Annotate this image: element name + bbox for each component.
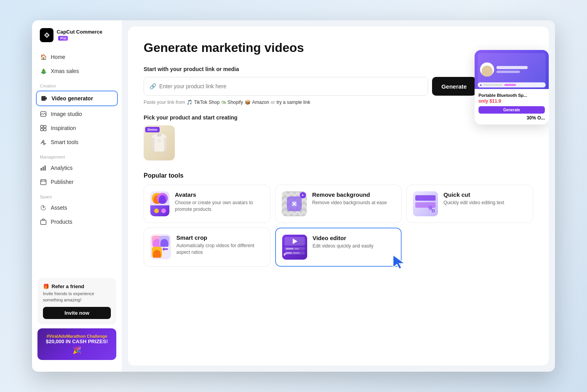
sidebar-item-image-studio[interactable]: Image studio (32, 107, 122, 121)
svg-rect-8 (43, 167, 44, 171)
sidebar-bottom: 🎁 Refer a friend Invite friends to exper… (32, 274, 122, 364)
sidebar-item-video-generator[interactable]: Video generator (36, 91, 118, 106)
image-studio-icon (40, 110, 47, 118)
sidebar-item-assets[interactable]: Assets (32, 201, 122, 215)
assets-icon (40, 204, 47, 211)
tool-desc-quick-cut: Quickly edit video editing text (443, 200, 504, 206)
cursor-arrow (391, 253, 407, 272)
logo-icon (40, 28, 53, 42)
svg-point-15 (157, 134, 162, 137)
tool-card-remove-bg[interactable]: ✦ Remove background Remove video backgro… (275, 185, 402, 223)
tool-card-quick-cut[interactable]: Quick cut Quickly edit video editing tex… (406, 185, 533, 223)
inspiration-icon (40, 125, 47, 132)
svg-rect-14 (41, 220, 46, 225)
tool-desc-remove-bg: Remove video backgrounds at ease (312, 200, 387, 206)
sidebar-item-image-label: Image studio (51, 111, 82, 117)
tool-title-smart-crop: Smart crop (176, 234, 264, 241)
refer-title: 🎁 Refer a friend (43, 283, 111, 289)
preview-discount: 30% O... (478, 115, 545, 121)
sidebar-item-xmas[interactable]: Xmas sales (32, 64, 122, 78)
generate-button[interactable]: Generate (432, 77, 476, 96)
promo-banner[interactable]: #ViralAdsMarathon Challenge $20,000 IN C… (37, 328, 116, 360)
tool-card-video-editor[interactable]: Video editor Edit videos quickly and eas… (275, 228, 402, 267)
amazon-link[interactable]: Amazon (252, 100, 269, 105)
svg-rect-3 (44, 125, 46, 128)
svg-point-20 (432, 210, 434, 212)
svg-point-6 (43, 143, 45, 145)
svg-rect-10 (41, 180, 46, 185)
svg-rect-5 (44, 128, 46, 131)
tool-content-quick-cut: Quick cut Quickly edit video editing tex… (443, 191, 504, 206)
section-management-label: Management (32, 149, 122, 161)
invite-button[interactable]: Invite now (43, 307, 111, 319)
shopify-icon: 🛍 (221, 100, 226, 105)
smart-tools-icon (40, 139, 47, 146)
analytics-icon (40, 164, 47, 171)
sidebar-item-publisher[interactable]: Publisher (32, 175, 122, 189)
link-icon: 🔗 (149, 83, 156, 89)
svg-rect-12 (41, 180, 42, 182)
sidebar-item-publisher-label: Publisher (51, 179, 73, 185)
preview-generate-btn[interactable]: Generate (478, 106, 545, 114)
sidebar-item-xmas-label: Xmas sales (51, 68, 79, 74)
smart-crop-icon (150, 234, 171, 259)
gift-icon: 🎁 (43, 283, 49, 289)
preview-price: only $11.9 (478, 98, 545, 104)
svg-rect-4 (41, 128, 43, 131)
tiktok-icon: 🎵 (187, 100, 192, 105)
xmas-icon (40, 68, 47, 75)
section-space-label: Space (32, 189, 122, 201)
product-card-demo[interactable]: Demo (144, 125, 175, 160)
sidebar-item-home[interactable]: Home (32, 50, 122, 64)
preview-product-name: Portable Bluetooth Sp... (478, 93, 545, 98)
sidebar-item-products[interactable]: Products (32, 215, 122, 229)
sidebar-item-smart-tools[interactable]: Smart tools (32, 135, 122, 149)
svg-rect-13 (44, 180, 45, 182)
sidebar: CapCut Commerce Pro Home Xmas sales Crea… (32, 20, 122, 372)
sample-link[interactable]: try a sample link (276, 100, 310, 105)
svg-rect-7 (41, 168, 42, 171)
sidebar-item-analytics-label: Analytics (51, 165, 73, 171)
demo-badge: Demo (145, 127, 160, 132)
sidebar-item-smart-tools-label: Smart tools (51, 139, 78, 145)
promo-icon: 🎉 (43, 346, 111, 355)
section-creation-label: Creation (32, 78, 122, 90)
floating-preview-card: Portable Bluetooth Sp... only $11.9 Gene… (475, 50, 549, 125)
tool-title-avatars: Avatars (175, 191, 264, 198)
svg-line-21 (431, 209, 432, 210)
publisher-icon (40, 178, 47, 185)
sidebar-item-video-label: Video generator (52, 95, 93, 102)
tools-grid: Avatars Choose or create your own avatar… (144, 185, 533, 267)
logo: CapCut Commerce Pro (32, 28, 122, 50)
tool-content-smart-crop: Smart crop Automatically crop videos for… (176, 234, 264, 256)
app-name: CapCut Commerce Pro (57, 29, 114, 41)
sidebar-item-inspiration-label: Inspiration (51, 125, 76, 131)
video-editor-icon (282, 235, 307, 260)
product-link-input[interactable] (159, 83, 422, 89)
avatars-icon (150, 191, 169, 216)
sidebar-item-products-label: Products (51, 219, 72, 225)
tool-content-avatars: Avatars Choose or create your own avatar… (175, 191, 264, 213)
tiktok-link[interactable]: TikTok Shop (194, 100, 220, 105)
refer-desc: Invite friends to experience something a… (43, 291, 111, 303)
sidebar-item-assets-label: Assets (51, 205, 67, 211)
tool-card-avatars[interactable]: Avatars Choose or create your own avatar… (144, 185, 270, 223)
promo-amount: $20,000 IN CASH PRIZES! (46, 339, 108, 344)
product-input-wrap: 🔗 (144, 77, 428, 96)
shopify-link[interactable]: Shopify (228, 100, 243, 105)
tool-title-video-editor: Video editor (313, 235, 374, 241)
tool-title-quick-cut: Quick cut (443, 191, 504, 198)
tool-card-smart-crop[interactable]: Smart crop Automatically crop videos for… (144, 228, 270, 267)
tool-desc-avatars: Choose or create your own avatars to pro… (175, 200, 264, 213)
tool-title-remove-bg: Remove background (312, 191, 387, 198)
svg-rect-9 (44, 166, 46, 171)
product-grid: Demo (144, 125, 533, 160)
sidebar-item-inspiration[interactable]: Inspiration (32, 121, 122, 135)
remove-bg-icon: ✦ (282, 191, 307, 216)
sidebar-item-analytics[interactable]: Analytics (32, 161, 122, 175)
video-generator-icon (41, 95, 48, 102)
products-icon (40, 218, 47, 225)
tool-content-video-editor: Video editor Edit videos quickly and eas… (313, 235, 374, 249)
promo-text: #ViralAdsMarathon Challenge (46, 334, 107, 339)
svg-rect-0 (41, 96, 46, 101)
